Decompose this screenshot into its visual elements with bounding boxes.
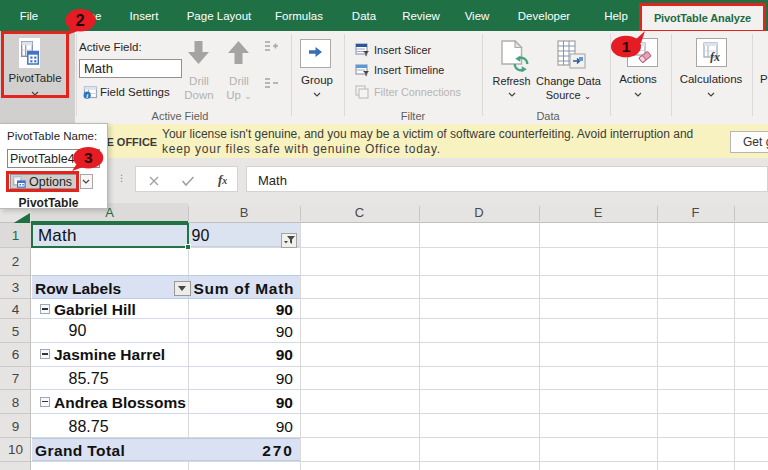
svg-text:1: 1 [622,38,631,55]
svg-text:2: 2 [75,11,84,29]
svg-text:3: 3 [84,149,93,166]
svg-text:i: i [86,92,88,99]
svg-text:fx: fx [710,50,720,63]
